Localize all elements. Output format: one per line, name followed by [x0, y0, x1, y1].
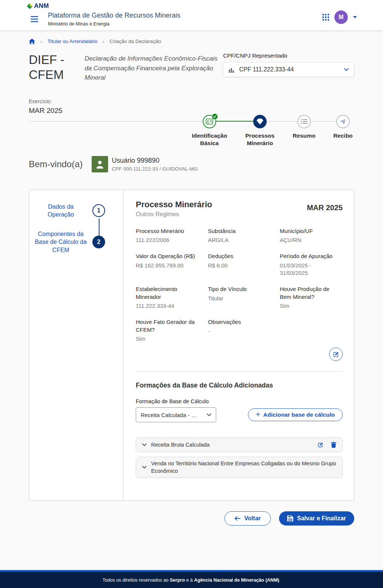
breadcrumb-current: Criação da Declaração [110, 39, 161, 44]
panel-title: Processo Minerário [136, 200, 212, 209]
wizard-nav-label: Componentes da Base de Cálculo da CFEM [29, 230, 92, 254]
exercise-value: MAR 2025 [29, 107, 354, 115]
breadcrumb: › Titular ou Arrendatário › Criação da D… [29, 30, 354, 44]
save-floppy-icon [287, 515, 293, 521]
wizard-nav-componentes-base-calculo[interactable]: Componentes da Base de Cálculo da CFEM 2 [29, 230, 123, 254]
chevron-down-icon [207, 413, 211, 416]
field-deducoes: Deduções R$ 6.00 [208, 252, 280, 277]
field-label: Tipo de Vínculo [208, 285, 273, 293]
step-recibo[interactable]: Recibo [318, 115, 368, 140]
field-value: Titular [208, 295, 273, 303]
field-value: R$ 162.955.789.00 [136, 262, 201, 270]
header-row: Plataforma de Gestão de Recursos Minerai… [26, 12, 357, 27]
chevron-down-icon [142, 466, 147, 469]
arrow-left-icon [235, 516, 240, 521]
represented-select[interactable]: CPF 111.222.333-44 [223, 62, 354, 77]
field-value: 111.222.333-44 [136, 302, 201, 310]
wizard-nav-step-number: 2 [92, 236, 105, 248]
voltar-button[interactable]: Voltar [224, 511, 271, 526]
accordion-receita-bruta-calculada[interactable]: Receita Bruta Calculada [136, 437, 343, 452]
field-label: Valor da Operação (R$) [136, 252, 201, 260]
footer-suffix: . [279, 578, 280, 583]
field-label: Houve Produção de Bem Mineral? [280, 285, 336, 301]
user-avatar[interactable]: M [334, 10, 348, 24]
field-label: Substância [208, 227, 273, 235]
welcome-user-info: Usuário 999890 CPF 000.111.222-33 / GUID… [112, 157, 198, 172]
salvar-finalizar-button[interactable]: Salvar e Finalizar [279, 511, 354, 526]
chevron-down-icon [344, 68, 349, 71]
wizard-nav-step-number: 1 [92, 204, 105, 217]
edit-pencil-icon [318, 442, 324, 448]
welcome-greeting: Bem-vindo(a) [29, 159, 83, 169]
id-card-icon [206, 119, 213, 125]
field-municipio-uf: Município/UF AÇU/RN [280, 227, 343, 244]
field-label: Estabelecimento Minerador [136, 285, 201, 301]
chevron-down-icon [142, 443, 147, 446]
accordion-actions [318, 442, 336, 448]
step-label: Identificação Básica [185, 132, 234, 147]
step-label: Recibo [333, 132, 353, 140]
breadcrumb-separator-icon: › [102, 39, 104, 44]
step-label: Resumo [292, 132, 315, 140]
wizard-nav-dados-operacao[interactable]: Dados da Operação 1 [29, 203, 123, 219]
paper-plane-icon [340, 118, 346, 125]
field-label: Deduções [208, 252, 273, 260]
user-menu-caret-button[interactable] [353, 16, 357, 18]
panel-titles: Processo Minerário Outros Regimes [136, 200, 212, 218]
accordion-label: Venda no Território Nacional Entre Empre… [151, 460, 336, 475]
process-fields-grid: Processo Minerário 111.222/2006 Substânc… [136, 227, 343, 343]
breadcrumb-home-link[interactable] [29, 39, 35, 44]
hamburger-icon [31, 16, 38, 22]
header-titles: Plataforma de Gestão de Recursos Minerai… [48, 12, 180, 27]
field-label: Observações [208, 318, 273, 326]
add-base-calculo-button[interactable]: + Adicionar base de cálculo [248, 408, 343, 421]
app-title: Plataforma de Gestão de Recursos Minerai… [48, 12, 180, 19]
breadcrumb-link-titular[interactable]: Titular ou Arrendatário [48, 39, 97, 44]
formations-title: Formações da Base de Cálculo Adicionadas [136, 382, 343, 389]
represented-label: CPF/CNPJ Representado [223, 52, 354, 59]
represented-box: CPF/CNPJ Representado CPF 111.222.333-44 [223, 52, 354, 77]
field-value: Sim [136, 335, 201, 343]
field-valor-operacao: Valor da Operação (R$) R$ 162.955.789.00 [136, 252, 208, 277]
anm-logo-icon [26, 3, 33, 10]
formation-select-row: Receita Calculada - … + Adicionar base d… [136, 407, 343, 422]
delete-formation-button[interactable] [331, 442, 336, 448]
field-value: R$ 6.00 [208, 262, 273, 270]
field-value: 01/03/2025 - 31/03/2025 [280, 262, 336, 277]
edit-formation-button[interactable] [318, 442, 324, 448]
user-avatar-letter: M [338, 14, 343, 21]
represented-value: CPF 111.222.333-44 [239, 66, 294, 73]
field-fato-gerador-cfem: Houve Fato Gerador da CFEM? Sim [136, 318, 208, 343]
accordion-venda-territorio-nacional[interactable]: Venda no Território Nacional Entre Empre… [136, 457, 343, 478]
content-divider [136, 371, 343, 372]
apps-grid-button[interactable] [322, 14, 329, 21]
wizard-nav-label: Dados da Operação [29, 203, 92, 219]
user-name: Usuário 999890 [112, 157, 198, 165]
edit-process-button[interactable] [329, 347, 343, 361]
step-identificacao-basica[interactable]: Identificação Básica [185, 115, 234, 147]
formation-select[interactable]: Receita Calculada - … [136, 407, 216, 422]
field-producao-bem-mineral: Houve Produção de Bem Mineral? Sim [280, 285, 343, 310]
panel-header: Processo Minerário Outros Regimes MAR 20… [136, 200, 343, 218]
field-periodo-apuracao: Período de Apuração 01/03/2025 - 31/03/2… [280, 252, 343, 277]
footer-middle: e à [185, 578, 194, 583]
check-badge-icon [212, 113, 218, 120]
field-value: - [208, 328, 273, 336]
bar-chart-icon [229, 67, 235, 73]
list-icon [301, 119, 307, 124]
caret-down-icon [353, 16, 357, 18]
page-title: DIEF - CFEM [29, 52, 77, 83]
diamond-icon [257, 119, 263, 125]
page-description: Declaração de Informações Econômico-Fisc… [85, 52, 223, 83]
dief-header: DIEF - CFEM Declaração de Informações Ec… [29, 52, 354, 83]
anm-logo[interactable]: ANM [26, 2, 49, 10]
panel-subtitle: Outros Regimes [136, 211, 212, 218]
wizard-content: Processo Minerário Outros Regimes MAR 20… [123, 190, 354, 500]
step-processos-minerario[interactable]: Processos Minerário [235, 115, 285, 147]
step-circle [253, 115, 267, 128]
breadcrumb-separator-icon: › [40, 39, 42, 44]
menu-button[interactable] [30, 15, 39, 24]
footer-brand-serpro: Serpro [170, 578, 185, 583]
formation-select-value: Receita Calculada - … [141, 412, 207, 418]
step-label: Processos Minerário [235, 132, 285, 147]
